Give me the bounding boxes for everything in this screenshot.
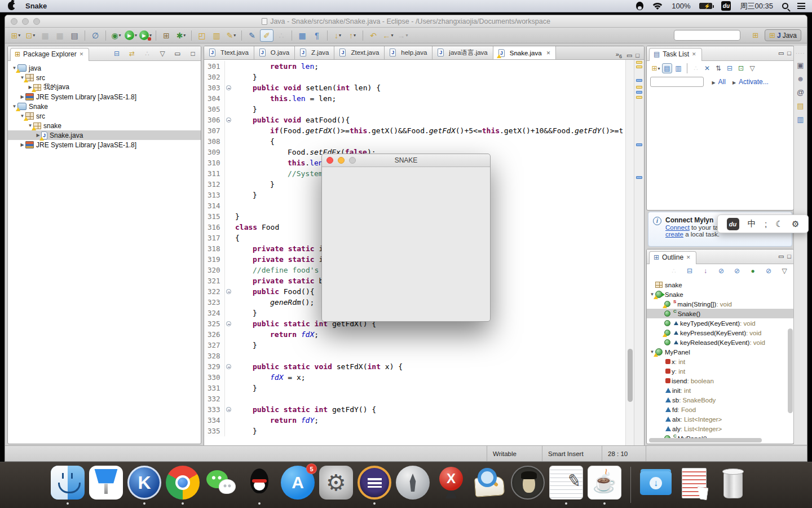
mylyn-create-link[interactable]: create xyxy=(665,231,683,238)
outline-tab[interactable]: ⊞ Outline ✕ xyxy=(649,251,696,264)
java-applet-dock-icon[interactable] xyxy=(588,466,621,500)
collapse-all-button[interactable]: ⊟ xyxy=(685,266,695,276)
editor-vertical-scrollbar[interactable] xyxy=(625,60,634,449)
outline-item-sb[interactable]: sb : SnakeBody xyxy=(647,395,793,405)
inactive-tool-button[interactable]: ∴ xyxy=(275,29,288,42)
system-preferences-dock-icon[interactable] xyxy=(319,466,353,500)
console-view-icon[interactable]: ▥ xyxy=(794,115,807,124)
pencil-config-button[interactable]: ✎▾ xyxy=(224,29,238,42)
view-menu-button[interactable]: ▽ xyxy=(157,49,167,59)
fold-marker[interactable] xyxy=(224,361,233,372)
close-icon[interactable]: ✕ xyxy=(692,51,696,57)
clear-button[interactable]: ✕ xyxy=(702,63,712,73)
sort-button[interactable]: ↓ xyxy=(700,266,710,276)
outline-item-fd[interactable]: fd : Food xyxy=(647,405,793,414)
red-x-pin-dock-icon[interactable] xyxy=(434,466,468,500)
maximize-view-icon[interactable]: □ xyxy=(636,52,639,59)
clipboard-button[interactable]: ▥ xyxy=(210,29,223,42)
collapse-all-button[interactable]: ⊟ xyxy=(725,63,735,73)
info-marker[interactable] xyxy=(636,91,642,94)
new-java-class-button[interactable]: ✱▾ xyxy=(174,29,188,42)
chevron-right-icon[interactable]: ▶ xyxy=(19,142,25,147)
fast-view-handle[interactable]: ∙∙∙∙ xyxy=(794,51,807,56)
next-annotation-button[interactable]: ↓▾ xyxy=(331,29,345,42)
java-perspective-button[interactable]: ⊞JJava xyxy=(765,29,801,41)
link-with-editor-button[interactable]: ⇄ xyxy=(127,49,137,59)
editor-tab-help-java[interactable]: Jhelp.java xyxy=(385,46,433,59)
app-menu-title[interactable]: Snake xyxy=(25,2,47,10)
outline-item-init[interactable]: init : int xyxy=(647,386,793,395)
maximize-button[interactable]: □ xyxy=(188,49,198,59)
warning-marker[interactable] xyxy=(636,65,642,68)
overview-ruler[interactable] xyxy=(634,60,644,449)
outline-item-snake[interactable]: snake xyxy=(647,280,793,290)
tree-item-snake[interactable]: ▼snake xyxy=(8,121,201,130)
info-marker[interactable] xyxy=(636,79,642,82)
outline-item-snake[interactable]: ▼Snake xyxy=(647,290,793,299)
show-view-table-button[interactable]: ▦ xyxy=(295,29,309,42)
editor-tab-z-java[interactable]: JZ.java xyxy=(295,46,334,59)
hide-static-members-button[interactable]: ⊘ xyxy=(732,266,742,276)
task-search-input[interactable] xyxy=(650,77,704,87)
new-button[interactable]: ⊞▾ xyxy=(9,29,23,42)
warning-marker[interactable] xyxy=(636,61,642,64)
outline-item-y[interactable]: y : int xyxy=(647,366,793,376)
outline-item-x[interactable]: x : int xyxy=(647,357,793,366)
keynote-dock-icon[interactable] xyxy=(89,466,123,500)
app-store-dock-icon[interactable]: 5 xyxy=(281,466,315,500)
youdao-dict-dock-icon[interactable] xyxy=(473,466,506,500)
editor-tab-ztext-java[interactable]: JZtext.java xyxy=(334,46,385,59)
fold-marker[interactable] xyxy=(224,318,233,329)
mylyn-connect-link[interactable]: Connect xyxy=(665,224,690,231)
apple-menu-icon[interactable] xyxy=(8,2,15,10)
save-all-button[interactable]: ▦ xyxy=(53,29,67,42)
fold-marker[interactable] xyxy=(224,115,233,125)
outline-item-mypanel[interactable]: ▼MyPanel xyxy=(647,347,793,357)
package-explorer-tab[interactable]: ⊞ Package Explorer ✕ xyxy=(10,48,89,61)
outline-item-alx[interactable]: alx : List<Integer> xyxy=(647,414,793,424)
dont-starve-dock-icon[interactable] xyxy=(511,466,545,500)
editor-tab-java-java[interactable]: Jjava语言.java xyxy=(433,46,493,59)
minimize-button[interactable]: ▭ xyxy=(173,49,183,59)
declaration-view-icon[interactable]: ▤ xyxy=(794,102,807,110)
eclipse-dock-icon[interactable] xyxy=(358,466,391,500)
menubar-clock[interactable]: 周三00:35 xyxy=(740,1,773,11)
debug-button[interactable]: ◉▾ xyxy=(109,29,123,42)
outline-item-keyreleased-keyevent-[interactable]: keyReleased(KeyEvent) : void xyxy=(647,338,793,347)
print-button[interactable]: ▤ xyxy=(68,29,81,42)
javadoc-view-icon[interactable]: @ xyxy=(794,88,807,97)
last-edit-location-button[interactable]: ↶ xyxy=(367,29,380,42)
warning-marker[interactable] xyxy=(636,86,642,89)
snake-window-titlebar[interactable]: SNAKE xyxy=(322,154,490,167)
info-marker[interactable] xyxy=(636,143,642,146)
minimize-view-icon[interactable]: ▭ xyxy=(626,52,632,59)
fold-marker[interactable] xyxy=(224,404,233,415)
maximize-view-icon[interactable]: □ xyxy=(787,50,791,57)
notification-center-icon[interactable] xyxy=(797,3,805,9)
fold-marker[interactable] xyxy=(224,82,233,93)
editor-tab-ttext-java[interactable]: JTtext.java xyxy=(204,46,254,59)
eclipse-titlebar[interactable]: Java - Snake/src/snake/Snake.java - Ecli… xyxy=(5,15,807,28)
scrollbar-thumb[interactable] xyxy=(628,349,633,402)
format-tool-button[interactable]: ✐ xyxy=(260,29,273,42)
run-button[interactable]: ▶▾ xyxy=(124,29,138,42)
tree-item-java[interactable]: ▼java xyxy=(8,63,201,73)
launchpad-dock-icon[interactable] xyxy=(396,466,430,500)
open-perspective-button[interactable]: ⊞ xyxy=(748,30,762,41)
tree-item--java[interactable]: ▶我的java xyxy=(8,82,201,92)
snake-game-canvas[interactable] xyxy=(322,167,490,321)
fold-marker[interactable] xyxy=(224,286,233,297)
spotlight-search-icon[interactable] xyxy=(782,3,788,9)
warning-marker[interactable] xyxy=(636,96,642,99)
maximize-view-icon[interactable]: □ xyxy=(787,253,791,260)
chrome-dock-icon[interactable] xyxy=(166,466,200,500)
close-icon[interactable]: ✕ xyxy=(80,51,84,57)
new-java-element-button[interactable]: ⊡▾ xyxy=(24,29,37,42)
forward-button[interactable]: →▾ xyxy=(396,29,409,42)
restore-view-icon[interactable]: ▣ xyxy=(794,61,807,69)
back-button[interactable]: ←▾ xyxy=(381,29,395,42)
show-whitespace-button[interactable]: ¶ xyxy=(310,29,324,42)
punctuation-mode-icon[interactable]: ; xyxy=(765,219,767,229)
chevron-right-icon[interactable]: ▶ xyxy=(19,94,25,99)
focus-button[interactable]: ∴ xyxy=(669,266,679,276)
